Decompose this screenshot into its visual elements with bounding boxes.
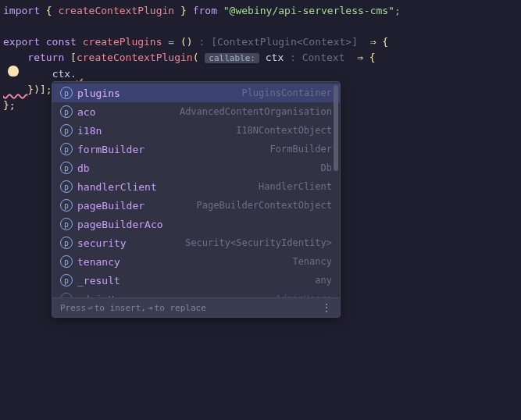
autocomplete-label: plugins <box>77 87 120 99</box>
autocomplete-item-pageBuilder[interactable]: ppageBuilderPageBuilderContextObject <box>52 196 340 215</box>
autocomplete-label: security <box>77 237 127 249</box>
keyword-export: export <box>3 36 40 48</box>
enter-key-icon: ⏎ <box>87 303 93 313</box>
property-icon: p <box>60 162 73 174</box>
autocomplete-label: _result <box>77 275 120 287</box>
identifier: createContextPlugin <box>77 52 193 63</box>
autocomplete-list[interactable]: ppluginsPluginsContainerpacoAdvancedCont… <box>52 82 340 297</box>
paren-open: ( <box>180 36 187 48</box>
type-hint: : Context <box>284 52 351 63</box>
autocomplete-item-pageBuilderAco[interactable]: ppageBuilderAco <box>52 215 340 233</box>
autocomplete-type: FormBuilder <box>270 144 332 155</box>
autocomplete-type: PageBuilderContextObject <box>197 200 332 211</box>
code-line-blank <box>0 19 521 34</box>
brace-open: { <box>369 52 376 63</box>
autocomplete-type: Db <box>321 162 332 173</box>
property-icon: p <box>60 274 73 287</box>
autocomplete-type: PluginsContainer <box>241 87 332 98</box>
keyword-from: from <box>193 5 217 16</box>
autocomplete-item-aco[interactable]: pacoAdvancedContentOrganisation <box>52 102 340 121</box>
property-icon: p <box>60 105 73 118</box>
autocomplete-type: Tenancy <box>292 256 332 267</box>
autocomplete-type: any <box>315 275 332 286</box>
autocomplete-item-db[interactable]: pdbDb <box>52 158 340 177</box>
autocomplete-type: Security<SecurityIdentity> <box>185 237 332 248</box>
autocomplete-item-tenancy[interactable]: ptenancyTenancy <box>52 252 340 271</box>
equals: = <box>168 36 174 48</box>
semicolon: ; <box>394 5 401 16</box>
autocomplete-footer: Press ⏎ to insert, ⇥ to replace ⋮ <box>52 297 340 317</box>
hint-text: Press <box>60 303 86 313</box>
property-icon: p <box>60 293 73 297</box>
code-line-5: ctx. <box>0 66 521 82</box>
autocomplete-type: AdvancedContentOrganisation <box>180 106 332 117</box>
autocomplete-item-formBuilder[interactable]: pformBuilderFormBuilder <box>52 140 340 158</box>
keyword-import: import <box>3 5 40 16</box>
property-icon: p <box>60 124 73 137</box>
paren-close: ) <box>187 36 193 48</box>
autocomplete-item-security[interactable]: psecuritySecurity<SecurityIdentity> <box>52 233 340 252</box>
identifier: createContextPlugin <box>58 5 174 16</box>
autocomplete-type: HandlerClient <box>259 181 332 192</box>
autocomplete-item-adminUsers[interactable]: padminUsersAdminUsers <box>52 290 340 297</box>
parameter-hint-pill: callable: <box>205 53 259 63</box>
dot-operator: . <box>70 68 77 80</box>
hint-text: to insert, <box>95 303 146 313</box>
property-icon: p <box>60 237 73 249</box>
autocomplete-label: formBuilder <box>77 144 145 155</box>
type-hint: : [ContextPlugin<Context>] <box>193 36 364 48</box>
paren-open: ( <box>193 52 199 63</box>
property-icon: p <box>60 143 73 155</box>
code-line-1: import { createContextPlugin } from "@we… <box>0 3 521 19</box>
property-icon: p <box>60 199 73 212</box>
autocomplete-item-handlerClient[interactable]: phandlerClientHandlerClient <box>52 177 340 196</box>
autocomplete-label: i18n <box>77 125 102 137</box>
autocomplete-popup: ppluginsPluginsContainerpacoAdvancedCont… <box>52 81 341 318</box>
arrow: ⇒ <box>357 52 363 63</box>
keyword-const: const <box>46 36 77 48</box>
keyword-return: return <box>27 52 64 63</box>
property-icon: p <box>60 218 73 230</box>
autocomplete-item-plugins[interactable]: ppluginsPluginsContainer <box>52 84 340 102</box>
autocomplete-type: I18NContextObject <box>236 125 332 136</box>
parameter-name: ctx <box>266 52 284 63</box>
autocomplete-type: AdminUsers <box>276 294 332 297</box>
autocomplete-item-_result[interactable]: p_resultany <box>52 271 340 290</box>
variable: ctx <box>52 68 70 80</box>
identifier: createPlugins <box>83 36 162 48</box>
autocomplete-label: pageBuilder <box>77 200 145 212</box>
hint-text: to replace <box>155 303 206 313</box>
code-line-3: export const createPlugins = () : [Conte… <box>0 34 521 50</box>
tab-key-icon: ⇥ <box>148 303 153 313</box>
autocomplete-label: pageBuilderAco <box>77 219 163 230</box>
autocomplete-item-i18n[interactable]: pi18nI18NContextObject <box>52 121 340 140</box>
autocomplete-label: tenancy <box>77 256 120 268</box>
arrow: ⇒ <box>370 36 376 48</box>
autocomplete-label: aco <box>77 106 95 118</box>
autocomplete-label: handlerClient <box>77 181 157 193</box>
error-marker <box>77 68 83 80</box>
brace-open: { <box>46 5 52 16</box>
autocomplete-label: db <box>77 162 90 174</box>
autocomplete-label: adminUsers <box>77 294 138 298</box>
footer-hint-text: Press ⏎ to insert, ⇥ to replace <box>60 303 206 313</box>
close-syntax: })]; <box>27 84 52 95</box>
code-line-4: return [createContextPlugin( callable: c… <box>0 50 521 66</box>
string-literal: "@webiny/api-serverless-cms" <box>223 5 394 16</box>
error-underline <box>3 84 27 95</box>
close-syntax: }; <box>3 99 16 111</box>
scrollbar-thumb[interactable] <box>334 85 338 171</box>
property-icon: p <box>60 180 73 193</box>
lightbulb-icon[interactable] <box>8 66 19 77</box>
property-icon: p <box>60 255 73 268</box>
brace-open: { <box>382 36 388 48</box>
more-options-icon[interactable]: ⋮ <box>321 301 332 314</box>
bracket-open: [ <box>70 52 77 63</box>
property-icon: p <box>60 87 73 99</box>
brace-close: } <box>180 5 187 16</box>
